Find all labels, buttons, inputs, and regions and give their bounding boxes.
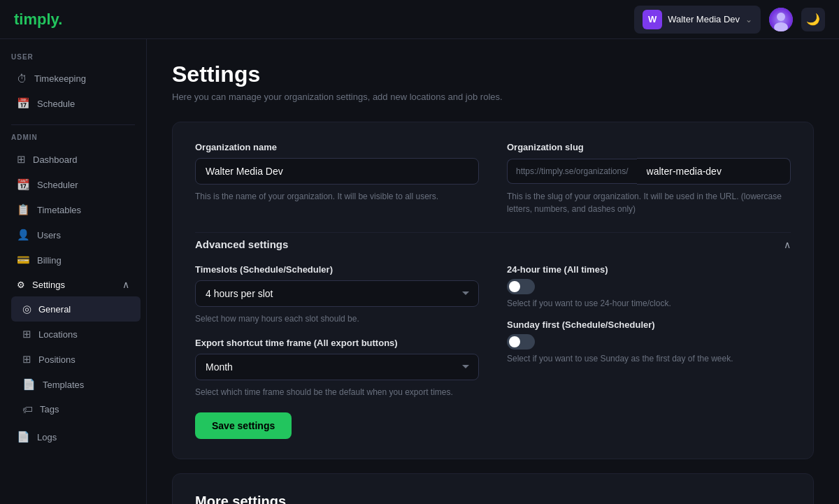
sidebar-item-label: General xyxy=(38,304,71,315)
export-hint: Select which time frame should be the de… xyxy=(195,386,479,398)
org-form-grid: Organization name This is the name of yo… xyxy=(195,142,791,215)
sunday-toggle[interactable] xyxy=(507,334,535,350)
clock-icon: ⏱ xyxy=(17,73,27,85)
timetables-icon: 📋 xyxy=(17,203,30,216)
sidebar-item-locations[interactable]: ⊞ Locations xyxy=(11,322,141,347)
org-name-label: Organization name xyxy=(195,142,479,152)
dark-mode-button[interactable]: 🌙 xyxy=(801,8,825,31)
settings-children: ◎ General ⊞ Locations ⊞ Positions 📄 Temp… xyxy=(0,296,146,422)
sidebar-item-logs[interactable]: 📄 Logs xyxy=(6,424,141,449)
sidebar-item-label: Schedule xyxy=(37,99,75,109)
time24-hint: Select if you want to use 24-hour time/c… xyxy=(507,298,791,308)
time24-toggle[interactable] xyxy=(507,279,535,294)
templates-icon: 📄 xyxy=(22,378,36,391)
slug-row: https://timply.se/organizations/ xyxy=(507,158,791,185)
org-name-hint: This is the name of your organization. I… xyxy=(195,190,479,203)
sidebar-item-timetables[interactable]: 📋 Timetables xyxy=(6,197,141,222)
advanced-grid: Timeslots (Schedule/Scheduler) 4 hours p… xyxy=(195,264,791,398)
toggle-track-sunday xyxy=(507,334,535,350)
settings-card: Organization name This is the name of yo… xyxy=(172,122,814,459)
sidebar-item-label: Logs xyxy=(37,432,57,442)
sidebar-item-dashboard[interactable]: ⊞ Dashboard xyxy=(6,147,141,172)
timeslots-group: Timeslots (Schedule/Scheduler) 4 hours p… xyxy=(195,264,479,325)
general-icon: ◎ xyxy=(22,303,31,315)
main-content: Settings Here you can manage your organi… xyxy=(147,39,839,504)
more-settings-title: More settings xyxy=(195,494,791,504)
time24-label: 24-hour time (All times) xyxy=(507,264,608,275)
sidebar-item-label: Tags xyxy=(40,404,59,415)
sidebar-item-billing[interactable]: 💳 Billing xyxy=(6,247,141,273)
sidebar-item-scheduler[interactable]: 📆 Scheduler xyxy=(6,172,141,197)
org-name-input[interactable] xyxy=(195,158,479,185)
chevron-up-icon: ∧ xyxy=(122,279,129,290)
toggle-group: 24-hour time (All times) Select if you w… xyxy=(507,264,791,363)
scheduler-icon: 📆 xyxy=(17,178,30,191)
org-slug-group: Organization slug https://timply.se/orga… xyxy=(507,142,791,215)
positions-icon: ⊞ xyxy=(22,353,31,366)
users-icon: 👤 xyxy=(17,229,30,241)
slug-prefix: https://timply.se/organizations/ xyxy=(507,159,637,184)
tags-icon: 🏷 xyxy=(22,403,33,415)
sidebar-item-label: Scheduler xyxy=(37,180,78,190)
sidebar-divider xyxy=(11,124,135,125)
sidebar-item-label: Billing xyxy=(37,255,62,266)
chevron-down-icon: ⌄ xyxy=(745,15,752,24)
org-slug-hint: This is the slug of your organization. I… xyxy=(507,190,791,215)
toggle-track-time24 xyxy=(507,279,535,294)
sidebar-item-label: Dashboard xyxy=(33,154,78,165)
dashboard-icon: ⊞ xyxy=(17,153,26,166)
export-label: Export shortcut time frame (All export b… xyxy=(195,338,479,348)
sidebar-item-timekeeping[interactable]: ⏱ Timekeeping xyxy=(6,66,141,91)
admin-section-label: ADMIN xyxy=(0,134,146,147)
sidebar-item-settings[interactable]: ⚙ Settings ∧ xyxy=(6,273,141,296)
sidebar-item-positions[interactable]: ⊞ Positions xyxy=(11,347,141,372)
advanced-selects: Timeslots (Schedule/Scheduler) 4 hours p… xyxy=(195,264,479,398)
sidebar-item-users[interactable]: 👤 Users xyxy=(6,222,141,247)
page-title: Settings xyxy=(172,62,814,87)
sidebar-item-label: Timekeeping xyxy=(34,73,86,84)
org-selector[interactable]: W Walter Media Dev ⌄ xyxy=(634,6,761,34)
page-subtitle: Here you can manage your organization se… xyxy=(172,92,814,102)
timeslots-label: Timeslots (Schedule/Scheduler) xyxy=(195,264,479,275)
topnav-right: W Walter Media Dev ⌄ 🌙 xyxy=(634,6,825,34)
advanced-section: Advanced settings ∧ Timeslots (Schedule/… xyxy=(195,232,791,398)
timeslots-select[interactable]: 4 hours per slot 1 hour per slot 2 hours… xyxy=(195,280,479,307)
timeslots-hint: Select how many hours each slot should b… xyxy=(195,312,479,325)
sidebar: USER ⏱ Timekeeping 📅 Schedule ADMIN ⊞ Da… xyxy=(0,39,147,504)
settings-group: ⚙ Settings ∧ ◎ General ⊞ Locations ⊞ Pos… xyxy=(0,273,146,422)
sidebar-item-schedule[interactable]: 📅 Schedule xyxy=(6,91,141,116)
logo: timply. xyxy=(14,10,62,29)
locations-icon: ⊞ xyxy=(22,328,31,340)
export-group: Export shortcut time frame (All export b… xyxy=(195,338,479,398)
advanced-header: Advanced settings ∧ xyxy=(195,232,791,250)
logo-text: timply. xyxy=(14,10,62,28)
toggle-thumb-sunday xyxy=(509,336,520,347)
layout: USER ⏱ Timekeeping 📅 Schedule ADMIN ⊞ Da… xyxy=(0,39,839,504)
org-slug-label: Organization slug xyxy=(507,142,791,152)
export-select[interactable]: Month Day Week Year xyxy=(195,354,479,380)
billing-icon: 💳 xyxy=(17,254,30,266)
toggle-thumb-time24 xyxy=(509,281,520,292)
sunday-hint: Select if you want to use Sunday as the … xyxy=(507,354,791,363)
sidebar-item-general[interactable]: ◎ General xyxy=(11,296,141,322)
sunday-label: Sunday first (Schedule/Scheduler) xyxy=(507,319,655,330)
org-slug-input[interactable] xyxy=(637,158,791,185)
sidebar-item-templates[interactable]: 📄 Templates xyxy=(11,372,141,397)
sidebar-item-label: Locations xyxy=(38,329,78,340)
more-settings-card: More settings Locations SCHEDULE Positio… xyxy=(172,473,814,504)
user-section-label: USER xyxy=(0,53,146,66)
advanced-collapse-icon[interactable]: ∧ xyxy=(784,239,791,250)
logs-icon: 📄 xyxy=(17,431,30,443)
sidebar-item-tags[interactable]: 🏷 Tags xyxy=(11,397,141,422)
org-name-group: Organization name This is the name of yo… xyxy=(195,142,479,215)
org-avatar: W xyxy=(643,10,662,29)
time24-row: 24-hour time (All times) Select if you w… xyxy=(507,264,791,308)
avatar[interactable] xyxy=(769,8,793,31)
topnav: timply. W Walter Media Dev ⌄ 🌙 xyxy=(0,0,839,39)
sidebar-item-label: Templates xyxy=(43,380,84,390)
settings-icon: ⚙ xyxy=(17,280,25,290)
svg-point-1 xyxy=(777,13,785,21)
sunday-row: Sunday first (Schedule/Scheduler) Select… xyxy=(507,319,791,363)
calendar-icon: 📅 xyxy=(17,97,30,110)
save-settings-button[interactable]: Save settings xyxy=(195,412,292,439)
